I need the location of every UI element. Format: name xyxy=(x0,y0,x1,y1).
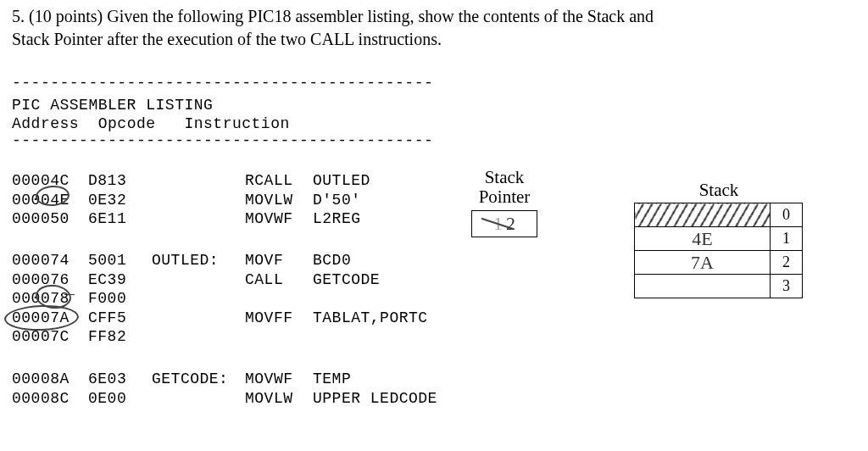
opcode: 5001 xyxy=(88,251,152,270)
question-text-2: Stack Pointer after the execution of the… xyxy=(12,30,442,48)
stack-pointer-area: Stack Pointer 1 2 xyxy=(471,168,537,237)
stack-title: Stack xyxy=(634,180,804,201)
operand: TABLAT,PORTC xyxy=(313,309,428,328)
code-block-3: 00008A6E03GETCODE:MOVWFTEMP00008C0E00MOV… xyxy=(12,370,437,408)
opcode: 6E03 xyxy=(88,370,152,389)
stack-row: 0 xyxy=(635,203,803,227)
stack-index: 3 xyxy=(771,275,803,298)
stack-row: 3 xyxy=(635,275,803,298)
addr: 00007C xyxy=(12,327,88,347)
opcode: 0E00 xyxy=(88,389,152,409)
operand: D'50' xyxy=(313,191,361,210)
label xyxy=(152,209,245,229)
stack-pointer-box: 1 2 xyxy=(471,210,537,237)
stack-value xyxy=(635,275,771,298)
opcode: EC39 xyxy=(88,270,152,290)
stack-index: 2 xyxy=(771,251,803,275)
label xyxy=(152,389,245,409)
label: OUTLED: xyxy=(152,251,245,270)
label xyxy=(152,191,245,210)
stack-index: 0 xyxy=(771,203,803,227)
addr: 000078 xyxy=(12,289,88,309)
dashes-bottom: ----------------------------------------… xyxy=(12,132,433,149)
mnemonic: CALL xyxy=(245,270,313,290)
code-row: 0000745001OUTLED:MOVFBCD0 xyxy=(12,251,428,270)
stack-area: Stack 04E17A23 xyxy=(634,180,804,298)
question-header: 5. (10 points) Given the following PIC18… xyxy=(12,5,851,51)
addr: 00008A xyxy=(12,370,88,389)
stack-table: 04E17A23 xyxy=(634,203,803,298)
stack-handwritten-value: 7A xyxy=(691,252,714,273)
stack-value: 7A xyxy=(635,251,771,275)
stack-value xyxy=(635,203,771,227)
stack-index: 1 xyxy=(771,227,803,251)
listing-title: PIC ASSEMBLER LISTING xyxy=(12,97,433,114)
code-row: 000076EC39CALLGETCODE xyxy=(12,270,428,290)
question-number: 5. xyxy=(12,7,25,25)
sp-label-2: Pointer xyxy=(479,187,531,207)
mnemonic: MOVF xyxy=(245,251,313,270)
sp-value: 2 xyxy=(506,213,515,235)
listing-column-headers: Address Opcode Instruction xyxy=(12,115,433,132)
stack-value: 4E xyxy=(635,227,771,251)
operand: L2REG xyxy=(313,209,361,229)
label: GETCODE: xyxy=(152,370,245,389)
addr: 00007A xyxy=(12,309,88,328)
code-row: 00007ACFF5MOVFFTABLAT,PORTC xyxy=(12,309,428,328)
label xyxy=(152,327,245,347)
stack-pointer-label: Stack Pointer xyxy=(471,168,537,207)
mnemonic xyxy=(245,289,313,309)
code-row: 00008C0E00MOVLWUPPER LEDCODE xyxy=(12,389,437,409)
mnemonic: RCALL xyxy=(245,171,313,191)
opcode: 0E32 xyxy=(88,191,152,210)
mnemonic: MOVLW xyxy=(245,191,313,210)
mnemonic xyxy=(245,327,313,347)
stack-row: 4E1 xyxy=(635,227,803,251)
label xyxy=(152,171,245,191)
opcode: 6E11 xyxy=(88,209,152,229)
operand: GETCODE xyxy=(313,270,380,290)
addr: 000076 xyxy=(12,270,88,290)
addr: 00004C xyxy=(12,171,88,191)
question-text-1: Given the following PIC18 assembler list… xyxy=(107,7,654,25)
stack-handwritten-value: 4E xyxy=(692,228,712,249)
opcode: CFF5 xyxy=(88,309,152,328)
label xyxy=(152,309,245,328)
addr: 000074 xyxy=(12,251,88,270)
header-instruction: Instruction xyxy=(184,115,289,132)
operand: BCD0 xyxy=(313,251,351,270)
opcode: D813 xyxy=(88,171,152,191)
code-row: 00004E0E32MOVLWD'50' xyxy=(12,191,370,210)
opcode: FF82 xyxy=(88,327,152,347)
mnemonic: MOVWF xyxy=(245,370,313,389)
mnemonic: MOVLW xyxy=(245,389,313,409)
code-row: 000078F000 xyxy=(12,289,428,309)
stack-row: 7A2 xyxy=(635,251,803,275)
question-points: (10 points) xyxy=(29,7,103,25)
listing-header-section: ----------------------------------------… xyxy=(12,75,433,149)
dashes-top: ----------------------------------------… xyxy=(12,75,433,92)
sp-label-1: Stack xyxy=(485,167,525,187)
addr: 000050 xyxy=(12,209,88,229)
mnemonic: MOVWF xyxy=(245,209,313,229)
operand: OUTLED xyxy=(313,171,370,191)
operand: TEMP xyxy=(313,370,351,389)
code-row: 00007CFF82 xyxy=(12,327,428,347)
code-row: 00008A6E03GETCODE:MOVWFTEMP xyxy=(12,370,437,389)
operand: UPPER LEDCODE xyxy=(313,389,437,409)
code-row: 00004CD813RCALLOUTLED xyxy=(12,171,370,191)
header-opcode: Opcode xyxy=(98,115,156,132)
header-address: Address xyxy=(12,115,79,132)
label xyxy=(152,270,245,290)
addr: 00004E xyxy=(12,191,88,210)
code-row: 0000506E11MOVWFL2REG xyxy=(12,209,370,229)
code-block-1: 00004CD813RCALLOUTLED00004E0E32MOVLWD'50… xyxy=(12,171,370,229)
addr: 00008C xyxy=(12,389,88,409)
label xyxy=(152,289,245,309)
mnemonic: MOVFF xyxy=(245,309,313,328)
opcode: F000 xyxy=(88,289,152,309)
code-block-2: 0000745001OUTLED:MOVFBCD0000076EC39CALLG… xyxy=(12,251,428,347)
